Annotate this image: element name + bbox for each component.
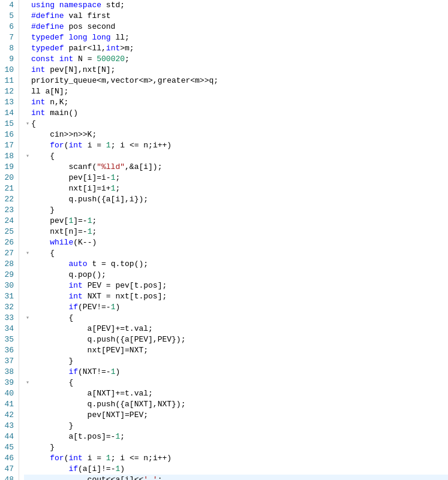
token-plain: priority_queue<m,vector<m>,greater<m>>q; (31, 76, 218, 85)
token-kw: long (92, 33, 110, 42)
token-plain (31, 292, 68, 301)
token-kw: #define (31, 11, 64, 20)
line-text: { (31, 248, 448, 259)
line-number: 44 (2, 431, 14, 442)
fold-icon (24, 475, 31, 480)
token-plain: ; (158, 475, 163, 480)
fold-icon (24, 356, 31, 367)
line-number: 12 (2, 86, 14, 97)
code-line: q.push({a[NXT],NXT}); (24, 399, 448, 410)
fold-icon (24, 43, 31, 54)
code-line: nxt[n]=-1; (24, 227, 448, 237)
token-plain: (PEV!=- (78, 303, 111, 312)
token-plain: a[t.pos]=- (31, 432, 115, 441)
fold-icon (24, 65, 31, 76)
token-plain: i = (83, 141, 106, 150)
token-plain: cin>>n>>K; (31, 130, 97, 139)
code-line: nxt[PEV]=NXT; (24, 345, 448, 356)
line-number: 18 (2, 151, 14, 162)
code-line: a[NXT]+=t.val; (24, 388, 448, 399)
code-line: #define val first (24, 11, 448, 22)
code-line: for(int i = 1; i <= n;i++) (24, 453, 448, 464)
fold-icon[interactable]: ▾ (24, 378, 31, 388)
token-plain: ll; (111, 33, 130, 42)
token-num: 1 (106, 141, 111, 150)
token-plain: ; (115, 184, 120, 193)
fold-icon (24, 345, 31, 356)
line-number: 5 (2, 11, 14, 22)
token-kw: namespace (59, 1, 101, 10)
fold-icon[interactable]: ▾ (24, 151, 31, 162)
line-text: int pev[N],nxt[N]; (31, 65, 448, 76)
token-kw: int (68, 454, 82, 463)
token-plain: } (31, 443, 55, 452)
fold-icon (24, 129, 31, 140)
token-plain (31, 141, 50, 150)
code-line: #define pos second (24, 22, 448, 32)
fold-icon[interactable]: ▾ (24, 119, 31, 129)
token-plain: ll a[N]; (31, 87, 68, 96)
line-text: a[NXT]+=t.val; (31, 388, 448, 399)
code-line: } (24, 356, 448, 367)
code-line: nxt[i]=i+1; (24, 183, 448, 194)
token-kw: for (50, 141, 64, 150)
line-text: typedef long long ll; (31, 32, 448, 43)
fold-icon (24, 367, 31, 378)
token-plain: ; (120, 432, 125, 441)
token-kw: int (68, 292, 82, 301)
token-plain: cout<<a[i]<< (31, 475, 143, 480)
token-plain: (NXT!=- (78, 367, 111, 376)
line-number: 9 (2, 54, 14, 65)
token-num: 1 (106, 454, 111, 463)
token-kw: int (31, 98, 45, 107)
line-number: 15 (2, 119, 14, 129)
code-line: q.pop(); (24, 270, 448, 280)
fold-icon (24, 324, 31, 334)
line-number: 26 (2, 237, 14, 248)
fold-icon (24, 334, 31, 345)
token-plain: main() (45, 108, 78, 117)
line-text: } (31, 442, 448, 453)
fold-icon[interactable]: ▾ (24, 248, 31, 259)
code-line: typedef pair<ll,int>m; (24, 43, 448, 54)
token-plain: } (31, 357, 73, 366)
code-line: priority_queue<m,vector<m>,greater<m>>q; (24, 76, 448, 86)
token-plain: ; (92, 216, 97, 225)
code-line: using namespace std; (24, 0, 448, 11)
line-text: nxt[n]=-1; (31, 227, 448, 237)
line-number: 25 (2, 227, 14, 237)
line-text: } (31, 356, 448, 367)
line-number: 4 (2, 0, 14, 11)
fold-icon (24, 183, 31, 194)
code-line: if(NXT!=-1) (24, 367, 448, 378)
line-text: int main() (31, 108, 448, 119)
code-line: } (24, 421, 448, 431)
token-plain: val first (64, 11, 111, 20)
token-plain: nxt[i]=i+ (31, 184, 111, 193)
code-line: typedef long long ll; (24, 32, 448, 43)
line-number: 28 (2, 259, 14, 270)
code-line: ▾ { (24, 151, 448, 162)
token-plain: ,&a[i]); (125, 162, 162, 171)
token-kw: #define (31, 22, 64, 31)
line-text: typedef pair<ll,int>m; (31, 43, 448, 54)
line-number: 10 (2, 65, 14, 76)
token-plain: PEV = pev[t.pos]; (83, 281, 167, 290)
line-text: nxt[i]=i+1; (31, 183, 448, 194)
code-line: while(K--) (24, 237, 448, 248)
fold-icon (24, 291, 31, 302)
fold-icon[interactable]: ▾ (24, 313, 31, 324)
token-plain: pos second (64, 22, 116, 31)
line-text: nxt[PEV]=NXT; (31, 345, 448, 356)
fold-icon (24, 399, 31, 410)
token-plain: n,K; (45, 98, 68, 107)
line-number: 27 (2, 248, 14, 259)
token-plain (31, 238, 50, 247)
line-text: if(PEV!=-1) (31, 302, 448, 313)
line-text: if(NXT!=-1) (31, 367, 448, 378)
token-plain: pev[NXT]=PEV; (31, 410, 148, 419)
fold-icon (24, 76, 31, 86)
token-plain: scanf( (31, 162, 97, 171)
line-text: pev[i]=i-1; (31, 173, 448, 183)
line-number: 30 (2, 280, 14, 291)
